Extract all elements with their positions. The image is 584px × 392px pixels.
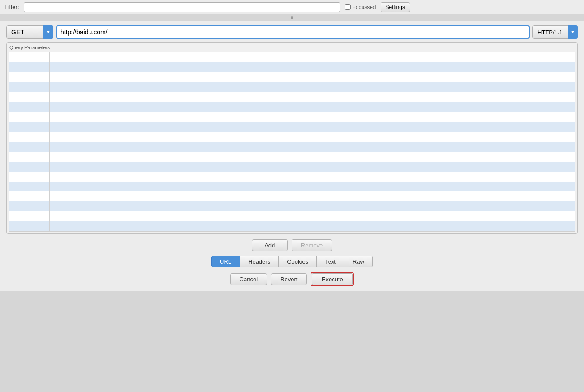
param-value-cell <box>50 152 575 162</box>
param-key-cell <box>9 211 50 221</box>
param-value-cell <box>50 182 575 191</box>
param-value-cell <box>50 162 575 172</box>
table-row <box>9 102 575 112</box>
query-params-label: Query Parameters <box>9 45 575 50</box>
table-row <box>9 152 575 162</box>
table-row <box>9 82 575 92</box>
method-select-wrapper: GET POST PUT DELETE PATCH HEAD OPTIONS <box>6 25 53 39</box>
tab-raw[interactable]: Raw <box>344 256 373 267</box>
query-params-table <box>9 52 575 232</box>
resize-dot <box>291 16 293 19</box>
table-row <box>9 62 575 72</box>
tab-cookies[interactable]: Cookies <box>279 256 317 267</box>
filter-label: Filter: <box>5 4 19 10</box>
param-value-cell <box>50 211 575 221</box>
add-button[interactable]: Add <box>252 239 288 251</box>
filter-input[interactable] <box>24 2 340 12</box>
table-row <box>9 182 575 191</box>
param-key-cell <box>9 52 50 62</box>
http-version-wrapper: HTTP/1.1 HTTP/2 <box>532 25 578 39</box>
param-key-cell <box>9 122 50 132</box>
param-value-cell <box>50 52 575 62</box>
param-key-cell <box>9 62 50 72</box>
param-key-cell <box>9 152 50 162</box>
execute-button-wrapper: Execute <box>311 272 354 286</box>
main-content: GET POST PUT DELETE PATCH HEAD OPTIONS H… <box>0 21 584 291</box>
param-value-cell <box>50 102 575 112</box>
table-row <box>9 172 575 182</box>
param-key-cell <box>9 162 50 172</box>
param-key-cell <box>9 172 50 182</box>
resize-handle[interactable] <box>0 14 584 21</box>
param-key-cell <box>9 72 50 82</box>
param-key-cell <box>9 112 50 122</box>
table-row <box>9 162 575 172</box>
param-key-cell <box>9 182 50 191</box>
url-input[interactable] <box>56 25 530 39</box>
table-row <box>9 211 575 221</box>
table-row <box>9 122 575 132</box>
param-key-cell <box>9 142 50 152</box>
param-value-cell <box>50 72 575 82</box>
remove-button[interactable]: Remove <box>292 239 332 251</box>
cancel-button[interactable]: Cancel <box>230 273 267 285</box>
focussed-label: Focussed <box>353 4 376 10</box>
table-row <box>9 52 575 62</box>
focussed-checkbox[interactable] <box>345 4 351 10</box>
table-row <box>9 142 575 152</box>
param-value-cell <box>50 92 575 102</box>
param-value-cell <box>50 142 575 152</box>
tab-headers[interactable]: Headers <box>240 256 279 267</box>
focussed-checkbox-area: Focussed <box>345 4 376 10</box>
request-row: GET POST PUT DELETE PATCH HEAD OPTIONS H… <box>6 25 578 39</box>
settings-button[interactable]: Settings <box>381 2 410 12</box>
add-remove-row: Add Remove <box>252 239 332 251</box>
filter-bar: Filter: Focussed Settings <box>0 0 584 14</box>
param-key-cell <box>9 92 50 102</box>
param-key-cell <box>9 132 50 142</box>
table-row <box>9 92 575 102</box>
param-value-cell <box>50 191 575 201</box>
bottom-buttons-row: Cancel Revert Execute <box>230 272 354 286</box>
param-value-cell <box>50 122 575 132</box>
param-value-cell <box>50 221 575 231</box>
param-key-cell <box>9 102 50 112</box>
tab-text[interactable]: Text <box>317 256 344 267</box>
http-version-select[interactable]: HTTP/1.1 HTTP/2 <box>532 25 578 39</box>
execute-button[interactable]: Execute <box>312 273 353 285</box>
query-params-section: Query Parameters <box>6 42 578 234</box>
table-row <box>9 191 575 201</box>
param-key-cell <box>9 221 50 231</box>
param-key-cell <box>9 191 50 201</box>
table-row <box>9 221 575 231</box>
param-value-cell <box>50 62 575 72</box>
param-value-cell <box>50 112 575 122</box>
table-row <box>9 132 575 142</box>
method-select[interactable]: GET POST PUT DELETE PATCH HEAD OPTIONS <box>6 25 53 39</box>
tabs-row: URL Headers Cookies Text Raw <box>211 256 373 267</box>
table-row <box>9 201 575 211</box>
param-key-cell <box>9 201 50 211</box>
revert-button[interactable]: Revert <box>271 273 307 285</box>
param-value-cell <box>50 172 575 182</box>
table-row <box>9 72 575 82</box>
table-row <box>9 112 575 122</box>
param-key-cell <box>9 82 50 92</box>
param-value-cell <box>50 201 575 211</box>
param-value-cell <box>50 132 575 142</box>
bottom-area: Add Remove URL Headers Cookies Text Raw … <box>6 239 578 286</box>
param-value-cell <box>50 82 575 92</box>
tab-url[interactable]: URL <box>211 256 240 267</box>
